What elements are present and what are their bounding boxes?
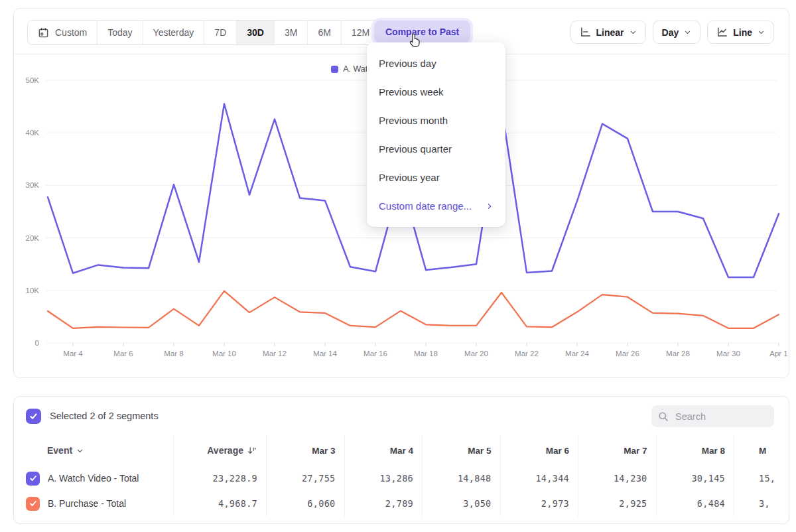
chevron-down-icon bbox=[76, 447, 84, 454]
x-axis-tick-label: Mar 30 bbox=[716, 350, 740, 358]
select-all-checkbox[interactable] bbox=[26, 409, 41, 424]
date-range-yesterday[interactable]: Yesterday bbox=[143, 21, 204, 44]
date-range-label: 3M bbox=[285, 27, 297, 38]
checkmark-icon bbox=[29, 412, 38, 421]
date-range-30d[interactable]: 30D bbox=[236, 21, 274, 44]
chevron-down-icon bbox=[684, 29, 691, 36]
selected-segments-label: Selected 2 of 2 segments bbox=[50, 411, 159, 421]
x-axis-tick-label: Mar 26 bbox=[616, 350, 639, 358]
y-axis-tick-label: 20K bbox=[26, 234, 40, 242]
date-range-custom[interactable]: Custom bbox=[28, 21, 97, 44]
search-icon bbox=[658, 411, 669, 422]
menu-item-previous-quarter[interactable]: Previous quarter bbox=[367, 135, 505, 163]
menu-item-label: Previous year bbox=[379, 172, 440, 183]
menu-item-custom-date-range[interactable]: Custom date range... bbox=[367, 192, 505, 220]
cell-value: 15, bbox=[759, 473, 775, 484]
calendar-icon bbox=[38, 27, 49, 38]
line-chart-icon bbox=[716, 27, 728, 38]
y-axis-tick-label: 10K bbox=[26, 287, 40, 295]
x-axis-tick-label: Mar 28 bbox=[666, 350, 690, 358]
date-column-header: Mar 4 bbox=[390, 446, 413, 456]
date-range-label: 7D bbox=[214, 27, 226, 38]
menu-item-previous-day[interactable]: Previous day bbox=[367, 49, 505, 78]
x-axis-tick-label: Mar 22 bbox=[515, 350, 539, 358]
control-label: Day bbox=[662, 27, 679, 38]
table-header-row: EventAverageMar 3Mar 4Mar 5Mar 6Mar 7Mar… bbox=[14, 435, 789, 466]
view-controls: LinearDayLine bbox=[570, 21, 774, 44]
menu-item-label: Previous month bbox=[379, 115, 448, 126]
cell-value: 30,145 bbox=[691, 473, 725, 484]
chevron-down-icon bbox=[758, 29, 765, 36]
segment-checkbox[interactable] bbox=[26, 472, 40, 486]
segment-name: B. Purchase - Total bbox=[48, 498, 126, 509]
search-box[interactable] bbox=[651, 405, 774, 427]
cell-value: 6,484 bbox=[697, 498, 725, 509]
cell-value: 6,060 bbox=[307, 498, 335, 509]
x-axis-tick-label: Mar 18 bbox=[414, 350, 438, 358]
date-range-label: 12M bbox=[352, 27, 369, 38]
segment-checkbox[interactable] bbox=[26, 497, 40, 511]
cell-value: 2,789 bbox=[385, 498, 413, 509]
segment-name: A. Watch Video - Total bbox=[48, 473, 139, 484]
date-column-header: Mar 3 bbox=[312, 446, 335, 456]
date-column-header: M bbox=[759, 446, 766, 456]
control-label: Line bbox=[733, 27, 752, 38]
average-header-label: Average bbox=[207, 445, 243, 456]
compare-to-past-button[interactable]: Compare to Past bbox=[374, 21, 470, 43]
table-row: B. Purchase - Total4,968.76,0602,7893,05… bbox=[14, 491, 789, 516]
cell-value: 14,344 bbox=[535, 473, 569, 484]
segments-panel: Selected 2 of 2 segments EventAverageMar… bbox=[13, 396, 789, 524]
date-range-7d[interactable]: 7D bbox=[204, 21, 236, 44]
linear-dropdown-button[interactable]: Linear bbox=[570, 21, 646, 44]
y-axis-tick-label: 30K bbox=[26, 181, 40, 189]
date-range-label: 30D bbox=[247, 27, 264, 38]
series-line-b-purchase[interactable] bbox=[48, 291, 779, 328]
date-range-label: Today bbox=[107, 27, 132, 38]
date-column-header: Mar 7 bbox=[624, 446, 647, 456]
date-column-header: Mar 8 bbox=[702, 446, 725, 456]
x-axis-tick-label: Mar 12 bbox=[263, 350, 287, 358]
date-range-label: Custom bbox=[55, 27, 87, 38]
event-header-label: Event bbox=[47, 445, 72, 456]
cell-value: 3, bbox=[759, 498, 770, 509]
average-column-header[interactable]: Average bbox=[207, 445, 257, 456]
menu-item-previous-year[interactable]: Previous year bbox=[367, 163, 505, 192]
x-axis-tick-label: Apr 1 bbox=[769, 350, 788, 358]
date-range-3m[interactable]: 3M bbox=[274, 21, 307, 44]
x-axis-tick-label: Mar 6 bbox=[113, 350, 133, 358]
cell-value: 2,925 bbox=[619, 498, 647, 509]
cell-value: 14,848 bbox=[458, 473, 492, 484]
line-dropdown-button[interactable]: Line bbox=[707, 21, 774, 44]
x-axis-tick-label: Mar 20 bbox=[464, 350, 488, 358]
table-row: A. Watch Video - Total23,228.927,75513,2… bbox=[14, 466, 789, 491]
x-axis-tick-label: Mar 24 bbox=[565, 350, 589, 358]
cell-value: 3,050 bbox=[463, 498, 491, 509]
menu-item-previous-week[interactable]: Previous week bbox=[367, 78, 505, 106]
checkmark-icon bbox=[29, 474, 37, 482]
menu-item-label: Previous week bbox=[379, 86, 444, 98]
event-column-header[interactable]: Event bbox=[47, 445, 84, 456]
date-range-segmented-control: CustomTodayYesterday7D30D3M6M12M bbox=[27, 20, 380, 45]
menu-item-label: Previous day bbox=[379, 58, 436, 69]
date-column-header: Mar 5 bbox=[468, 446, 491, 456]
date-range-6m[interactable]: 6M bbox=[307, 21, 340, 44]
cell-value: 13,286 bbox=[379, 473, 413, 484]
chevron-right-icon bbox=[486, 202, 494, 210]
chevron-down-icon bbox=[630, 29, 637, 36]
x-axis-tick-label: Mar 10 bbox=[212, 350, 236, 358]
menu-item-label: Custom date range... bbox=[379, 200, 472, 212]
menu-item-previous-month[interactable]: Previous month bbox=[367, 106, 505, 135]
linear-axis-icon bbox=[580, 27, 591, 38]
average-value: 23,228.9 bbox=[213, 473, 257, 484]
date-range-label: 6M bbox=[318, 27, 330, 38]
cell-value: 14,230 bbox=[614, 473, 647, 484]
y-axis-tick-label: 40K bbox=[26, 129, 40, 137]
search-input[interactable] bbox=[674, 411, 763, 423]
day-dropdown-button[interactable]: Day bbox=[653, 21, 701, 44]
x-axis-tick-label: Mar 16 bbox=[364, 350, 387, 358]
x-axis-tick-label: Mar 4 bbox=[63, 350, 83, 358]
segments-table: EventAverageMar 3Mar 4Mar 5Mar 6Mar 7Mar… bbox=[14, 435, 789, 516]
date-column-header: Mar 6 bbox=[546, 446, 569, 456]
compare-to-past-menu: Previous dayPrevious weekPrevious monthP… bbox=[367, 42, 505, 227]
date-range-today[interactable]: Today bbox=[97, 21, 142, 44]
